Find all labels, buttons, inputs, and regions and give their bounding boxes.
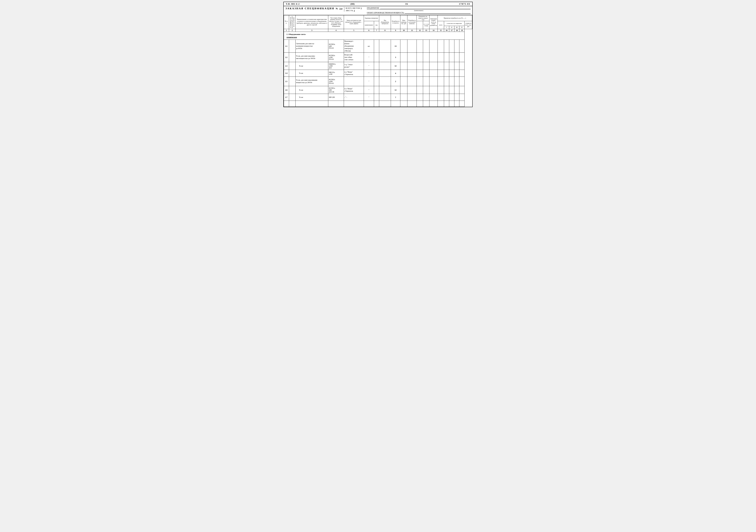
doc-series: (III) [350, 3, 355, 5]
row-2-3-q4 [459, 62, 465, 70]
row-2-3-name: То же [295, 62, 328, 70]
row-2-6-q3 [454, 86, 459, 94]
row-2-1-unit: шт. [364, 40, 374, 53]
colnum-16: 16 [444, 29, 449, 32]
row-2-7-q3 [454, 94, 459, 101]
row-2-3-startup [407, 62, 417, 70]
row-2-7-unit-code [374, 94, 379, 101]
th-q3: III [454, 26, 459, 29]
row-2-1-price [400, 40, 407, 53]
row-2-2-unit-code [374, 53, 379, 62]
row-2-6-q1 [444, 86, 449, 94]
row-2-6-total [438, 86, 444, 94]
row-2-5-maker [344, 77, 364, 86]
row-2-1-q2 [449, 40, 454, 53]
row-2-7-maker: - " - [344, 94, 364, 101]
row-2-3-type: НШП01хх100/Д53 [328, 62, 344, 70]
row-2-2-price [400, 53, 407, 62]
row-2-4-q3 [454, 70, 459, 77]
row-2-3-num: 2.3 [284, 62, 289, 70]
sheet-label: ЛИСТ № [346, 10, 353, 12]
row-2-4-price [400, 70, 407, 77]
row-2-7-startup [407, 94, 417, 101]
row-2-5-eq-code [379, 77, 391, 86]
th-cost: стоимость всего, тыс. руб. [465, 21, 472, 29]
table-row: 2.6 То же НСП01х200/ДЗ3-08 п.о."Ватра"г.… [284, 86, 472, 94]
row-2-1-onhand [417, 40, 423, 53]
row-2-2-num: 2.2 [284, 53, 289, 62]
row-2-3-q2 [449, 62, 454, 70]
object-label: ОБЪЕКТ (ПРОИЗВОДСТВЕННАЯ МОЩНОСТЬ) [367, 12, 404, 13]
row-2-1-eq-code [379, 40, 391, 53]
row-2-2-q3 [454, 53, 459, 62]
row-2-2-total [438, 53, 444, 62]
th-price: Цена единицы, тыс. руб. [400, 15, 407, 29]
row-2-3-unit: " [364, 62, 374, 70]
row-2-5-q1 [444, 77, 449, 86]
row-2-2-maker: Всероссий-ское обще-ство слепых [344, 53, 364, 62]
row-2-3-unit-code [374, 62, 379, 70]
row-2-4-q2 [449, 70, 454, 77]
row-2-5-q3 [454, 77, 459, 86]
colnum-10: 10 [400, 29, 407, 32]
th-eq-code: Код оборудования, материалов [379, 15, 391, 29]
row-2-4-startup [407, 70, 417, 77]
row-2-1-pos [289, 40, 295, 53]
row-2-6-q4 [459, 86, 465, 94]
table-row: 2.2 То же, для ламп накалива-ния мощност… [284, 53, 472, 62]
row-2-6-unit-code [374, 86, 379, 94]
th-q1: I [444, 26, 449, 29]
row-2-7-q4 [459, 94, 465, 101]
th-unit-name: наименование [364, 21, 374, 29]
colnum-5: 5 [344, 29, 364, 32]
section-header-row: 2. Оборудование свето-техническое [284, 32, 472, 40]
row-2-6-name: То же [295, 86, 328, 94]
row-2-1-planned [429, 40, 438, 53]
colnum-2: 2 [289, 29, 295, 32]
th-q2: II [449, 26, 454, 29]
row-2-2-q1 [444, 53, 449, 62]
row-2-4-q4 [459, 70, 465, 77]
row-2-7-need: 7 [391, 94, 400, 101]
row-2-1-type: НСП03хх60/РЗ3-01 [328, 40, 344, 53]
row-2-5-name: То же, для ламп накаливаниямощностью до … [295, 77, 328, 86]
row-2-4-total [438, 70, 444, 77]
row-2-5-planned [429, 77, 438, 86]
row-2-3-total [438, 62, 444, 70]
sheet-value: 2 [354, 10, 355, 12]
row-2-7-onhand [417, 94, 423, 101]
row-2-5-need: 2 [391, 77, 400, 86]
number-value: 3-4 [339, 7, 342, 10]
colnum-19: 19 [459, 29, 465, 32]
row-2-6-q2 [449, 86, 454, 94]
th-warehouse: в т. ч. на складе [423, 21, 429, 29]
row-2-4-maker: п.о."Ватра"г.Тернополь [344, 70, 364, 77]
row-2-2-onhand [417, 53, 423, 62]
row-2-5-startup [407, 77, 417, 86]
row-2-7-planned [429, 94, 438, 101]
row-2-6-planned [429, 86, 438, 94]
row-2-2-startup [407, 53, 417, 62]
colnum-12: 12 [417, 29, 423, 32]
enterprise-label: ПРЕДПРИЯТИЕ [367, 7, 379, 9]
row-2-5-onhand [417, 77, 423, 86]
row-2-4-q1 [444, 70, 449, 77]
row-2-4-planned [429, 70, 438, 77]
th-type: Тип и марка обору- дования; каталог, № ч… [328, 15, 344, 29]
row-2-7-eq-code [379, 94, 391, 101]
th-accepted-header: Принятая потребность на 19___ г. [438, 15, 472, 21]
row-2-2-warehouse [423, 53, 429, 62]
row-2-2-planned [429, 53, 438, 62]
page-title: ЗАКАЗНАЯ СПЕЦИФИКАЦИЯ [285, 7, 334, 10]
th-need: Потребность по проекту [391, 15, 400, 29]
th-num: № п. п. [284, 15, 289, 29]
row-2-6-startup [407, 86, 417, 94]
th-maker: Завод–изготовитель (для импортного обору… [344, 15, 364, 29]
th-name: Наименование и техническая характеристик… [295, 15, 328, 29]
row-2-7-pos [289, 94, 295, 101]
row-2-1-num: 2.1 [284, 40, 289, 53]
row-2-3-eq-code [379, 62, 391, 70]
row-2-2-need: 3 [391, 53, 400, 62]
row-2-2-unit: " [364, 53, 374, 62]
row-2-1-total [438, 40, 444, 53]
